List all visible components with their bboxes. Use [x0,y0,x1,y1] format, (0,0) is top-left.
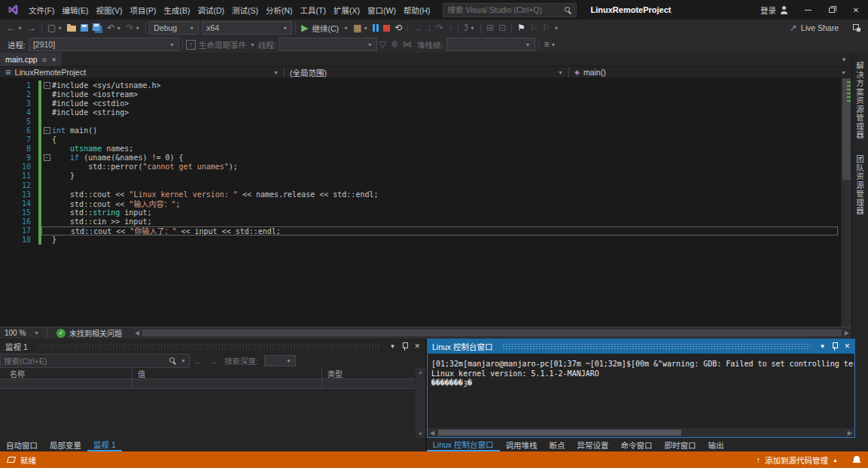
search-next-icon[interactable]: → [206,357,221,366]
fold-toggle[interactable]: - [41,82,52,89]
tab-team-explorer[interactable]: 团队资源管理器 [854,155,866,216]
save-button[interactable] [78,20,90,35]
line-number[interactable]: 18 [0,236,35,244]
lifecycle-events-icon[interactable]: ↑ [186,40,196,50]
step-into-button[interactable]: ↓ [425,20,434,35]
close-icon[interactable]: ✕ [844,342,850,350]
open-folder-button[interactable] [65,20,78,35]
line-number[interactable]: 8 [0,144,35,153]
menu-test[interactable]: 测试(S) [228,0,262,20]
column-type[interactable]: 类型 [322,368,415,378]
next-bookmark-button[interactable]: ⚐ [541,20,553,35]
toolbar-overflow-icon[interactable]: ▼ [553,26,559,31]
code-line[interactable]: 2#include <iostream> [0,90,841,99]
line-number[interactable]: 17 [0,226,35,235]
document-health-indicator[interactable]: ✓ 未找到相关问题 [50,327,128,339]
tab-autos-window[interactable]: 自动窗口 [0,438,44,451]
code-editor[interactable]: 1-#include <sys/utsname.h>2#include <ios… [0,78,851,327]
watch-new-row[interactable] [0,379,415,389]
watch-search-box[interactable]: ▼ [0,354,190,368]
watch-search-input[interactable] [4,357,166,366]
tab-command-window[interactable]: 命令窗口 [615,438,659,451]
flag-threads-button[interactable]: ✲ [388,37,400,52]
watch-title-bar[interactable]: 监视 1 ▼ ✕ [0,339,425,354]
editor-vertical-scrollbar[interactable] [841,78,851,327]
drag-grip[interactable] [37,343,381,350]
menu-extensions[interactable]: 扩展(X) [330,0,364,20]
line-number[interactable]: 1 [0,81,35,90]
code-line[interactable]: 4#include <string> [0,108,841,117]
column-name[interactable]: 名称 [0,368,132,378]
scroll-right-icon[interactable]: ▶ [842,330,851,336]
line-number[interactable]: 4 [0,108,35,117]
menu-build[interactable]: 生成(B) [160,0,193,20]
line-number[interactable]: 15 [0,208,35,217]
menu-tools[interactable]: 工具(T) [297,0,330,20]
code-line[interactable]: 1-#include <sys/utsname.h> [0,81,841,90]
scroll-down-icon[interactable]: ▼ [418,431,423,436]
line-number[interactable]: 11 [0,172,35,180]
pin-icon[interactable] [831,342,838,351]
console-title-bar[interactable]: Linux 控制台窗口 ▼ ✕ [427,339,855,354]
new-file-button[interactable]: ▢▼ [45,20,65,35]
tab-breakpoints[interactable]: 断点 [544,438,571,451]
restore-button[interactable] [820,0,844,20]
show-next-statement-button[interactable]: → [411,20,425,35]
symbol-dropdown[interactable]: ◈ main() ▼ [569,67,851,77]
sign-in-button[interactable]: 登录 [760,5,788,16]
send-feedback-icon[interactable] [853,24,860,32]
thread-dropdown[interactable]: ▼ [279,38,377,51]
memory-window-button[interactable]: ⊞ [484,20,496,35]
tab-immediate-window[interactable]: 即时窗口 [659,438,702,451]
save-all-button[interactable] [90,20,105,35]
continue-button[interactable]: ▶继续(C)▼ [299,20,351,35]
scope-dropdown[interactable]: (全局范围) ▼ [285,67,569,77]
code-line[interactable]: 3#include <cstdio> [0,99,841,108]
tab-call-stack[interactable]: 调用堆栈 [500,438,544,451]
menu-analyze[interactable]: 分析(N) [262,0,297,20]
suspend-threads-button[interactable]: ⋈ [400,37,414,52]
minimize-button[interactable] [796,0,820,20]
add-to-source-control-button[interactable]: 添加到源代码管理 [765,454,828,466]
platform-dropdown[interactable]: x64▼ [202,21,292,35]
line-number[interactable]: 14 [0,199,35,208]
column-value[interactable]: 值 [132,368,322,378]
code-line[interactable]: 7{ [0,135,841,144]
code-line[interactable]: 10 std::perror("cannot get unames"); [0,163,841,172]
close-tab-icon[interactable]: ✕ [51,56,56,63]
fold-toggle[interactable]: - [41,154,52,161]
line-number[interactable]: 16 [0,217,35,226]
redo-button[interactable]: ↷▼ [123,20,142,35]
console-output[interactable]: [01;32m[manjaro@manjaro-pc[01;37m ~[01;3… [428,354,854,428]
line-number[interactable]: 2 [0,90,35,99]
tab-linux-console[interactable]: Linux 控制台窗口 [427,438,500,451]
drag-grip[interactable] [502,343,811,350]
search-icon[interactable] [564,6,572,14]
line-number[interactable]: 13 [0,190,35,199]
apply-code-changes-button[interactable]: ▦▼ [351,20,370,35]
scroll-left-icon[interactable]: ◀ [132,330,142,336]
code-line[interactable]: 17 std::cout << "你输入了：" << input << std:… [0,226,841,236]
code-line[interactable]: 6-int main() [0,126,841,135]
quick-search-box[interactable] [443,3,577,17]
immediate-window-button[interactable]: ℐ▼ [461,20,477,35]
console-body[interactable]: [01;32m[manjaro@manjaro-pc[01;37m ~[01;3… [427,354,855,438]
line-number[interactable]: 5 [0,117,35,126]
code-line[interactable]: 15 std::string input; [0,208,841,217]
tab-main-cpp[interactable]: main.cpp ⊙ ✕ [0,53,62,66]
zoom-dropdown[interactable]: 100 % ▼ [0,329,44,337]
menu-window[interactable]: 窗口(W) [364,0,400,20]
break-all-button[interactable] [370,20,381,35]
tab-watch-1[interactable]: 监视 1 [87,438,122,451]
notifications-bell-icon[interactable] [853,456,860,463]
line-number[interactable]: 10 [0,163,35,171]
registers-window-button[interactable]: ⊡ [496,20,508,35]
scrollbar-thumb[interactable] [438,430,681,436]
scrollbar-thumb[interactable] [142,330,842,336]
watch-grid-body[interactable] [0,389,415,438]
line-number[interactable]: 7 [0,135,35,144]
document-list-dropdown-icon[interactable]: ▼ [841,56,847,63]
editor-horizontal-scrollbar[interactable]: ◀ ▶ [132,327,851,339]
tab-solution-explorer[interactable]: 解决方案资源管理器 [854,62,866,140]
menu-project[interactable]: 项目(P) [126,0,160,20]
